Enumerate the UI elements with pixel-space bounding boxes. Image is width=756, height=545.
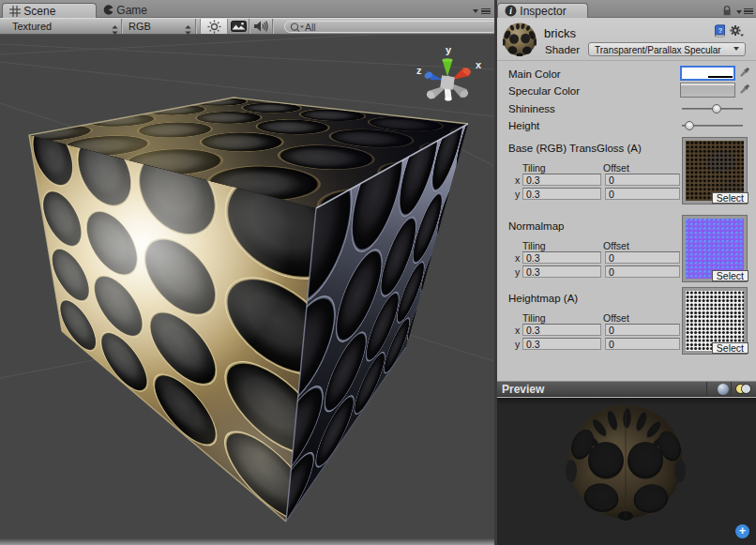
svg-text:i: i (509, 7, 512, 16)
svg-text:x: x (476, 59, 482, 70)
svg-text:z: z (416, 65, 422, 76)
svg-text:?: ? (718, 26, 723, 35)
svg-text:y: y (446, 44, 452, 55)
